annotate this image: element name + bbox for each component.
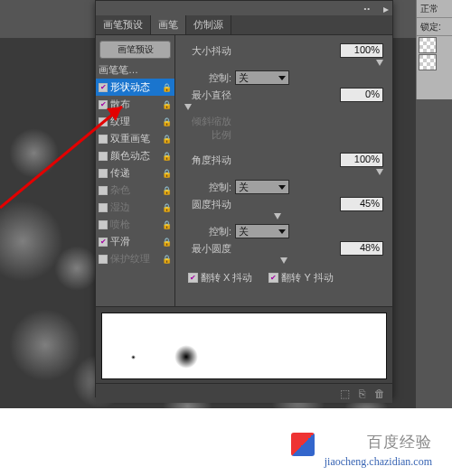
- checkbox-icon[interactable]: [99, 203, 108, 212]
- sidebar-protect-texture[interactable]: 保护纹理🔒: [96, 250, 174, 267]
- sidebar-noise[interactable]: 杂色🔒: [96, 182, 174, 199]
- tab-brush-presets[interactable]: 画笔预设: [96, 15, 151, 34]
- angle-control-select[interactable]: 关: [235, 180, 289, 194]
- sidebar-smoothing[interactable]: 平滑🔒: [96, 233, 174, 250]
- shape-dynamics-settings: 大小抖动100% 控制:关 最小直径0% 倾斜缩放比例 角度抖动100% 控制:…: [175, 35, 392, 306]
- angle-jitter-label: 角度抖动: [184, 154, 231, 167]
- sidebar-brush-tip[interactable]: 画笔笔尖形状: [96, 61, 174, 79]
- sidebar-wet-edges[interactable]: 湿边🔒: [96, 199, 174, 216]
- min-diameter-slider[interactable]: [184, 105, 383, 112]
- lock-icon: 🔒: [162, 169, 172, 178]
- roundness-jitter-label: 圆度抖动: [184, 198, 231, 211]
- lock-icon: 🔒: [162, 152, 172, 161]
- page-watermark: 百度经验 jiaocheng.chazidian.com: [0, 408, 452, 476]
- size-jitter-label: 大小抖动: [184, 44, 231, 58]
- checkbox-icon[interactable]: [99, 117, 108, 126]
- checkbox-icon[interactable]: [99, 238, 108, 247]
- checkbox-icon[interactable]: [99, 186, 108, 195]
- checkbox-icon[interactable]: [99, 169, 108, 178]
- lock-icon: 🔒: [162, 83, 172, 92]
- watermark-title: 百度经验: [367, 434, 432, 451]
- toggle-preview-icon[interactable]: ⬚: [340, 387, 350, 400]
- size-jitter-slider[interactable]: [184, 61, 383, 68]
- min-diameter-input[interactable]: 0%: [340, 88, 383, 102]
- panel-collapse-icon[interactable]: ▸: [383, 3, 389, 15]
- blend-mode-row[interactable]: 正常: [417, 0, 452, 18]
- sidebar-shape-dynamics[interactable]: 形状动态🔒: [96, 79, 174, 96]
- checkbox-icon[interactable]: [99, 152, 108, 161]
- checkbox-icon[interactable]: [99, 100, 108, 109]
- panel-tab-bar: 画笔预设 画笔 仿制源: [96, 15, 392, 35]
- min-roundness-slider[interactable]: [184, 258, 383, 266]
- flip-y-checkbox[interactable]: ✔翻转 Y 抖动: [268, 271, 333, 285]
- layer-thumbnail[interactable]: [419, 37, 437, 53]
- lock-icon: 🔒: [162, 220, 172, 229]
- checkbox-icon[interactable]: [99, 255, 108, 264]
- brush-preview: [96, 306, 392, 383]
- brush-panel: •• ▸ 画笔预设 画笔 仿制源 画笔预设 画笔笔尖形状 形状动态🔒 散布🔒 纹…: [95, 0, 393, 397]
- size-control-select[interactable]: 关: [235, 70, 289, 85]
- new-brush-icon[interactable]: ⎘: [359, 387, 365, 400]
- tab-brush[interactable]: 画笔: [151, 15, 186, 34]
- min-diameter-label: 最小直径: [184, 89, 231, 102]
- sidebar-color-dynamics[interactable]: 颜色动态🔒: [96, 147, 174, 164]
- tab-clone-source[interactable]: 仿制源: [186, 15, 231, 34]
- sidebar-transfer[interactable]: 传递🔒: [96, 164, 174, 182]
- angle-jitter-input[interactable]: 100%: [340, 153, 383, 167]
- checkbox-icon[interactable]: [99, 135, 108, 144]
- sidebar-airbrush[interactable]: 喷枪🔒: [96, 216, 174, 233]
- roundness-control-select[interactable]: 关: [235, 224, 289, 238]
- panel-footer: ⬚ ⎘ 🗑: [96, 383, 392, 403]
- lock-icon: 🔒: [162, 203, 172, 212]
- lock-icon: 🔒: [162, 135, 172, 144]
- sidebar-scattering[interactable]: 散布🔒: [96, 96, 174, 113]
- trash-icon[interactable]: 🗑: [374, 387, 385, 400]
- layer-thumbnail[interactable]: [419, 54, 437, 70]
- lock-icon: 🔒: [162, 255, 172, 264]
- roundness-jitter-slider[interactable]: [184, 214, 383, 221]
- control-label: 控制:: [184, 71, 231, 85]
- watermark-url: jiaocheng.chazidian.com: [0, 455, 432, 469]
- checkbox-icon[interactable]: [99, 220, 108, 229]
- lock-icon: 🔒: [162, 117, 172, 126]
- lock-icon: 🔒: [162, 100, 172, 109]
- brush-presets-button[interactable]: 画笔预设: [99, 41, 171, 59]
- size-jitter-input[interactable]: 100%: [340, 43, 383, 58]
- lock-icon: 🔒: [162, 186, 172, 195]
- sidebar-texture[interactable]: 纹理🔒: [96, 113, 174, 130]
- control-label: 控制:: [184, 225, 231, 238]
- checkbox-icon[interactable]: [99, 83, 108, 92]
- roundness-jitter-input[interactable]: 45%: [340, 197, 383, 211]
- flip-x-checkbox[interactable]: ✔翻转 X 抖动: [188, 271, 252, 285]
- control-label: 控制:: [184, 181, 231, 194]
- brush-options-sidebar: 画笔预设 画笔笔尖形状 形状动态🔒 散布🔒 纹理🔒 双重画笔🔒 颜色动态🔒 传递…: [96, 35, 175, 306]
- tilt-scale-label: 倾斜缩放比例: [184, 115, 231, 142]
- lock-icon: 🔒: [162, 238, 172, 247]
- sidebar-dual-brush[interactable]: 双重画笔🔒: [96, 130, 174, 147]
- panel-menu-icon[interactable]: ••: [363, 5, 371, 13]
- lock-row: 锁定:: [417, 18, 452, 36]
- min-roundness-label: 最小圆度: [184, 242, 231, 256]
- min-roundness-input[interactable]: 48%: [340, 241, 383, 256]
- angle-jitter-slider[interactable]: [184, 170, 383, 177]
- layers-panel-fragment: 正常 锁定:: [416, 0, 452, 99]
- site-logo-icon: [291, 433, 315, 456]
